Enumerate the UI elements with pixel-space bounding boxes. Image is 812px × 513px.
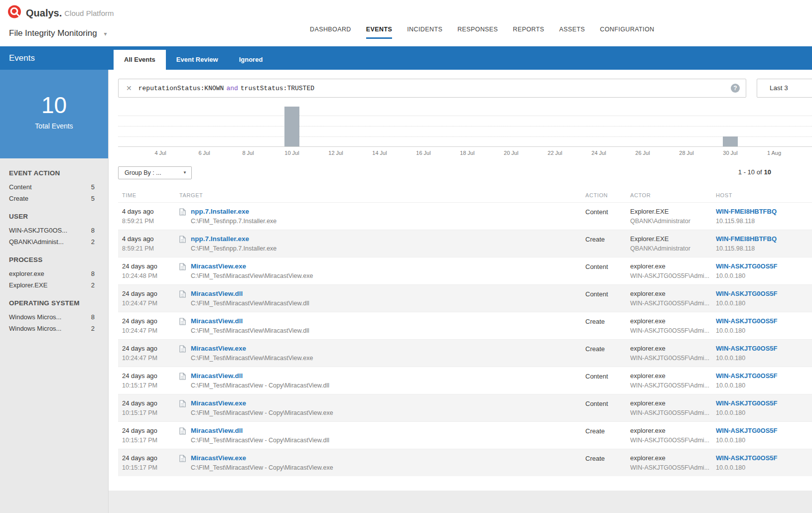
host-link[interactable]: WIN-FMEI8HBTFBQ [716,208,812,215]
top-nav-item[interactable]: INCIDENTS [407,26,442,39]
host-link[interactable]: WIN-ASKJTG0OS5F [716,427,812,434]
host-link[interactable]: WIN-ASKJTG0OS5F [716,345,812,352]
top-nav-item[interactable]: ASSETS [559,26,585,39]
search-row: ✕ reputationStatus:KNOWNandtrustStatus:T… [118,79,812,98]
time-cell: 24 days ago 10:24:47 PM [122,317,179,334]
app-switcher[interactable]: File Integrity Monitoring ▾ [9,28,107,38]
tab[interactable]: All Events [114,50,166,70]
host-link[interactable]: WIN-FMEI8HBTFBQ [716,235,812,243]
facet-items: Windows Micros... 8 Windows Micros... 2 [0,311,108,334]
event-time: 10:15:17 PM [122,382,179,389]
facet-item[interactable]: Windows Micros... 2 [0,323,108,334]
event-action: Create [585,427,630,435]
table-row[interactable]: 24 days ago 10:15:17 PM MiracastView.dll… [118,367,812,394]
target-file-link[interactable]: MiracastView.exe [191,454,333,462]
actor-user: QBANK\Administrator [630,218,716,225]
tabs: All Events Event Review Ignored [114,50,273,70]
search-bar[interactable]: ✕ reputationStatus:KNOWNandtrustStatus:T… [118,79,746,98]
facet-title: OPERATING SYSTEM [9,299,99,307]
target-cell: npp.7.Installer.exe C:\FIM_Test\npp.7.In… [179,208,585,225]
table-row[interactable]: 24 days ago 10:15:17 PM MiracastView.dll… [118,421,812,449]
host-cell: WIN-ASKJTG0OS5F 10.0.0.180 [716,317,812,334]
tab[interactable]: Ignored [229,50,273,70]
query-operator: and [226,85,238,92]
target-file-link[interactable]: npp.7.Installer.exe [191,208,276,215]
facet-item-label: Windows Micros... [9,313,61,321]
target-file-link[interactable]: MiracastView.exe [191,262,313,270]
search-query-input[interactable]: reputationStatus:KNOWNandtrustStatus:TRU… [138,85,731,92]
facet-item[interactable]: Explorer.EXE 2 [0,279,108,291]
target-file-link[interactable]: npp.7.Installer.exe [191,235,276,243]
facet-item[interactable]: explorer.exe 8 [0,268,108,279]
target-file-link[interactable]: MiracastView.dll [191,290,309,297]
host-cell: WIN-ASKJTG0OS5F 10.0.0.180 [716,454,812,471]
host-link[interactable]: WIN-ASKJTG0OS5F [716,317,812,325]
target-file-link[interactable]: MiracastView.exe [191,345,313,352]
facet-item-label: QBANK\Administ... [9,238,64,246]
event-action: Create [585,317,630,325]
top-nav-item[interactable]: DASHBOARD [310,26,351,39]
event-time: 8:59:21 PM [122,245,179,252]
group-by-dropdown[interactable]: Group By : ... ▼ [118,166,192,179]
target-file-link[interactable]: MiracastView.dll [191,427,329,434]
facet-title: PROCESS [9,256,99,263]
chart-bar [723,136,738,146]
date-range-selector[interactable]: Last 3 [757,79,812,98]
actor-process: explorer.exe [630,427,716,434]
table-row[interactable]: 24 days ago 10:15:17 PM MiracastView.exe… [118,394,812,421]
x-axis-tick: 22 Jul [547,150,562,156]
facet-item[interactable]: Create 5 [0,193,108,204]
table-row[interactable]: 24 days ago 10:24:48 PM MiracastView.exe… [118,257,812,284]
x-axis-tick: 30 Jul [723,150,737,156]
top-nav-item[interactable]: EVENTS [366,26,392,39]
table-row[interactable]: 24 days ago 10:24:47 PM MiracastView.exe… [118,339,812,367]
brand-name: Qualys. [26,7,62,19]
actor-user: WIN-ASKJTG0OS5F\Admi... [630,409,716,416]
table-row[interactable]: 4 days ago 8:59:21 PM npp.7.Installer.ex… [118,230,812,257]
table-row[interactable]: 24 days ago 10:24:47 PM MiracastView.dll… [118,284,812,312]
time-cell: 24 days ago 10:24:47 PM [122,345,179,362]
facet-item-label: explorer.exe [9,270,44,277]
gridline [118,126,812,127]
facet-item[interactable]: Content 5 [0,181,108,193]
actor-user: WIN-ASKJTG0OS5F\Admi... [630,300,716,307]
host-link[interactable]: WIN-ASKJTG0OS5F [716,262,812,270]
actor-process: Explorer.EXE [630,235,716,243]
facet-item[interactable]: WIN-ASKJTG0OS... 8 [0,225,108,236]
target-file-link[interactable]: MiracastView.dll [191,317,309,325]
x-axis-tick: 24 Jul [591,150,606,156]
host-link[interactable]: WIN-ASKJTG0OS5F [716,454,812,462]
events-timeline-chart: 4 Jul 6 Jul 8 Jul 10 Jul 12 Jul 14 Jul 1… [118,106,812,157]
host-link[interactable]: WIN-ASKJTG0OS5F [716,399,812,407]
target-cell: MiracastView.dll C:\FIM_Test\MiracastVie… [179,372,585,389]
host-link[interactable]: WIN-ASKJTG0OS5F [716,372,812,380]
top-nav-item[interactable]: RESPONSES [457,26,498,39]
facet-item[interactable]: QBANK\Administ... 2 [0,236,108,248]
top-nav-item[interactable]: CONFIGURATION [600,26,654,39]
host-cell: WIN-ASKJTG0OS5F 10.0.0.180 [716,399,812,416]
events-table-body: 4 days ago 8:59:21 PM npp.7.Installer.ex… [118,202,812,476]
help-icon[interactable]: ? [731,84,740,93]
target-file-link[interactable]: MiracastView.dll [191,372,329,380]
actor-user: WIN-ASKJTG0OS5F\Admi... [630,464,716,471]
table-row[interactable]: 24 days ago 10:15:17 PM MiracastView.exe… [118,449,812,476]
top-nav-item[interactable]: REPORTS [513,26,544,39]
facet-item-count: 2 [91,325,95,332]
event-time-relative: 24 days ago [122,317,179,325]
table-row[interactable]: 24 days ago 10:24:47 PM MiracastView.dll… [118,312,812,339]
target-file-link[interactable]: MiracastView.exe [191,399,333,407]
host-ip: 10.0.0.180 [716,464,812,471]
facet-item[interactable]: Windows Micros... 8 [0,311,108,323]
clear-search-icon[interactable]: ✕ [119,84,138,92]
pagination: 1 - 10 of10 [738,168,771,176]
facet-item-count: 8 [91,227,95,234]
x-axis-tick: 20 Jul [504,150,518,156]
tab[interactable]: Event Review [166,50,229,70]
target-cell: MiracastView.exe C:\FIM_Test\MiracastVie… [179,454,585,471]
host-link[interactable]: WIN-ASKJTG0OS5F [716,290,812,297]
total-events-box: 10 Total Events [0,70,108,158]
event-time-relative: 24 days ago [122,345,179,352]
table-row[interactable]: 4 days ago 8:59:21 PM npp.7.Installer.ex… [118,202,812,230]
file-icon [179,236,186,245]
event-time: 10:24:47 PM [122,355,179,362]
